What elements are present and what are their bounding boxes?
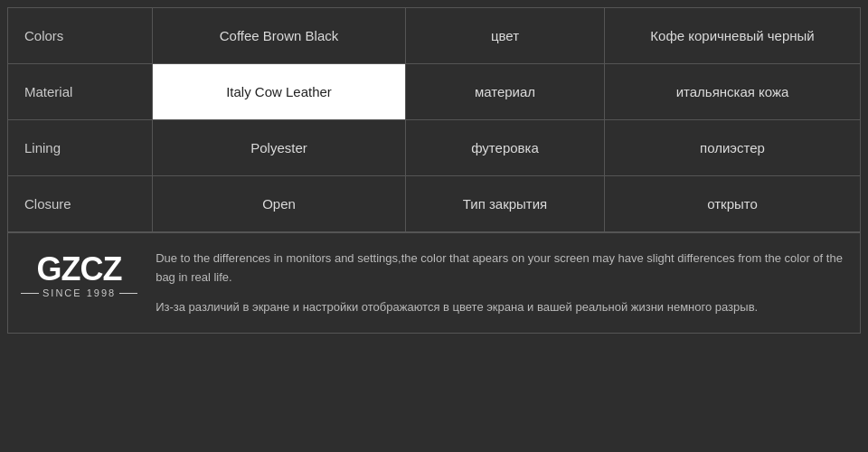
cell-value-en: Open [153, 176, 406, 231]
logo-area: GZCZ SINCE 1998 [21, 250, 137, 298]
footer-section: GZCZ SINCE 1998 Due to the differences i… [8, 232, 860, 333]
table-body: ColorsCoffee Brown BlackцветКофе коричне… [8, 8, 860, 232]
logo-since: SINCE 1998 [21, 287, 137, 298]
table-row: LiningPolyesterфутеровкаполиэстер [8, 120, 860, 176]
footer-text: Due to the differences in monitors and s… [156, 250, 847, 316]
cell-label-ru: материал [406, 64, 605, 119]
cell-label-en: Closure [8, 176, 153, 231]
footer-text-en: Due to the differences in monitors and s… [156, 250, 847, 287]
cell-label-ru: футеровка [406, 120, 605, 175]
product-table: ColorsCoffee Brown BlackцветКофе коричне… [7, 7, 861, 334]
table-row: ClosureOpenТип закрытияоткрыто [8, 176, 860, 232]
cell-label-ru: цвет [406, 8, 605, 63]
logo-main: GZCZ [37, 253, 122, 286]
cell-value-en: Polyester [153, 120, 406, 175]
table-row: MaterialItaly Cow Leatherматериалитальян… [8, 64, 860, 120]
cell-value-ru: Кофе коричневый черный [605, 8, 860, 63]
main-container: ColorsCoffee Brown BlackцветКофе коричне… [0, 0, 868, 452]
cell-label-en: Material [8, 64, 153, 119]
cell-label-ru: Тип закрытия [406, 176, 605, 231]
cell-label-en: Lining [8, 120, 153, 175]
cell-value-ru: итальянская кожа [605, 64, 860, 119]
cell-label-en: Colors [8, 8, 153, 63]
cell-value-en: Italy Cow Leather [153, 64, 406, 119]
cell-value-en: Coffee Brown Black [153, 8, 406, 63]
table-row: ColorsCoffee Brown BlackцветКофе коричне… [8, 8, 860, 64]
footer-text-ru: Из-за различий в экране и настройки отоб… [156, 298, 847, 317]
cell-value-ru: полиэстер [605, 120, 860, 175]
cell-value-ru: открыто [605, 176, 860, 231]
